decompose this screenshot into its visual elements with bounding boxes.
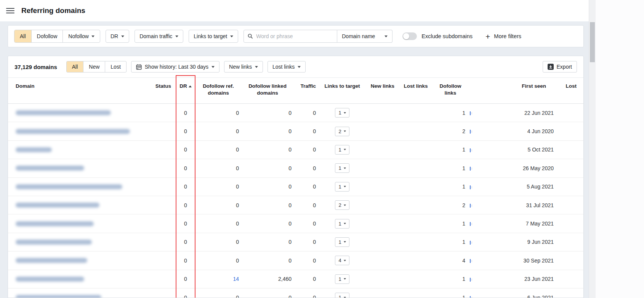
calendar-icon [136,64,142,70]
blurred-domain-link[interactable] [16,277,84,282]
dofollow-links-value: 1 [433,147,468,153]
links-to-target-cell: 4 [318,256,366,265]
dofollow-links-value: 1 [433,276,468,282]
scrollbar-thumb[interactable] [590,22,595,62]
links-to-target-cell: 2 [318,200,366,210]
dofollow-linked-domains-value: 0 [241,295,294,298]
exclude-subdomains-toggle[interactable] [402,32,417,40]
dr-value: 0 [176,202,195,208]
blurred-domain-link[interactable] [16,147,52,152]
sort-ascending-icon [189,85,192,87]
traffic-value: 0 [294,202,318,208]
links-to-target-select[interactable]: 1 [335,145,349,155]
search-icon [248,34,253,39]
column-header-dofollow-links[interactable]: Dofollow links [433,83,468,103]
links-to-target-select[interactable]: 1 [335,163,349,173]
links-to-target-select[interactable]: 1 [335,274,349,284]
tab-lost[interactable]: Lost [105,61,126,72]
follow-segment-all[interactable]: All [14,30,32,42]
tab-new[interactable]: New [83,61,105,72]
column-header-new-links[interactable]: New links [366,83,399,103]
domain-cell [8,221,153,226]
show-history-button[interactable]: Show history: Last 30 days [131,61,219,72]
links-to-target-select[interactable]: 1 [335,293,349,298]
domain-traffic-filter-button[interactable]: Domain traffic [135,30,183,43]
dofollow-ref-domains-value: 0 [195,110,241,116]
first-seen-value: 5 Oct 2021 [479,147,561,153]
dr-value: 0 [176,239,195,245]
links-to-target-cell: 1 [318,293,366,298]
traffic-value: 0 [294,258,318,264]
chevron-down-icon [344,241,346,243]
first-seen-value: 4 Jun 2020 [479,128,561,134]
blurred-domain-link[interactable] [16,184,122,189]
traffic-value: 0 [294,239,318,245]
dr-filter-button[interactable]: DR [106,30,129,43]
mini-bar-chart-icon [468,165,479,171]
links-to-target-select[interactable]: 1 [335,182,349,192]
follow-filter-group: AllDofollowNofollow [14,30,100,43]
top-bar: Referring domains [0,0,589,21]
follow-segment-dofollow[interactable]: Dofollow [32,30,63,42]
blurred-domain-link[interactable] [16,240,92,245]
links-to-target-select[interactable]: 2 [335,200,349,210]
column-header-status[interactable]: Status [153,83,176,103]
follow-segment-nofollow[interactable]: Nofollow [63,30,100,42]
blurred-domain-link[interactable] [16,129,130,134]
column-header-links-to-target[interactable]: Links to target [318,83,366,103]
domain-name-mode-button[interactable]: Domain name [337,30,392,43]
export-button[interactable]: Export [543,61,577,72]
hamburger-menu-icon[interactable] [6,6,14,15]
mini-bar-chart-icon [468,258,479,264]
links-to-target-select[interactable]: 2 [335,127,349,136]
search-input[interactable] [256,33,333,39]
column-header-dofollow-ref-domains[interactable]: Dofollow ref. domains [195,83,241,103]
scrollbar-track [589,0,596,298]
links-to-target-select[interactable]: 1 [335,108,349,118]
first-seen-value: 23 Jun 2021 [479,276,561,282]
chevron-down-icon [298,66,301,68]
dofollow-ref-domains-value: 0 [195,165,241,171]
links-to-target-select[interactable]: 1 [335,219,349,229]
column-header-domain[interactable]: Domain [8,83,153,103]
mini-bar-chart-icon [468,184,479,190]
tab-all[interactable]: All [67,61,84,72]
blurred-domain-link[interactable] [16,110,111,115]
dofollow-linked-domains-value: 0 [241,165,294,171]
dofollow-ref-domains-value: 0 [195,184,241,190]
column-header-lost[interactable]: Lost [561,83,584,103]
links-to-target-select[interactable]: 1 [335,237,349,247]
column-header-lost-links[interactable]: Lost links [399,83,433,103]
new-links-button[interactable]: New links [224,61,263,72]
chevron-down-icon [91,35,95,37]
blurred-domain-link[interactable] [16,295,101,298]
chevron-down-icon [344,297,346,298]
blurred-domain-link[interactable] [16,166,84,171]
links-to-target-cell: 1 [318,163,366,173]
column-header-first-seen[interactable]: First seen [479,83,561,103]
first-seen-value: 6 Jun 2021 [479,295,561,298]
column-header-traffic[interactable]: Traffic [294,83,318,103]
dofollow-linked-domains-value: 0 [241,202,294,208]
dofollow-ref-domains-link[interactable]: 14 [233,276,239,282]
more-filters-button[interactable]: + More filters [485,32,521,40]
blurred-domain-link[interactable] [16,221,94,226]
domain-cell [8,258,153,263]
lost-links-button[interactable]: Lost links [268,61,306,72]
column-header-dr[interactable]: DR [176,83,195,103]
dofollow-links-value: 2 [433,202,468,208]
column-header-dofollow-linked-domains[interactable]: Dofollow linked domains [241,83,294,103]
first-seen-value: 7 May 2021 [479,221,561,227]
links-to-target-filter-button[interactable]: Links to target [189,30,238,43]
traffic-value: 0 [294,147,318,153]
dofollow-links-value: 1 [433,165,468,171]
dr-value: 0 [176,128,195,134]
first-seen-value: 22 Jun 2021 [479,110,561,116]
table-row: 00002231 Jul 2021 [8,196,583,214]
links-to-target-cell: 1 [318,237,366,247]
first-seen-value: 9 Jun 2021 [479,239,561,245]
blurred-domain-link[interactable] [16,258,87,263]
blurred-domain-link[interactable] [16,203,99,208]
dofollow-links-value: 1 [433,221,468,227]
links-to-target-select[interactable]: 4 [335,256,349,265]
